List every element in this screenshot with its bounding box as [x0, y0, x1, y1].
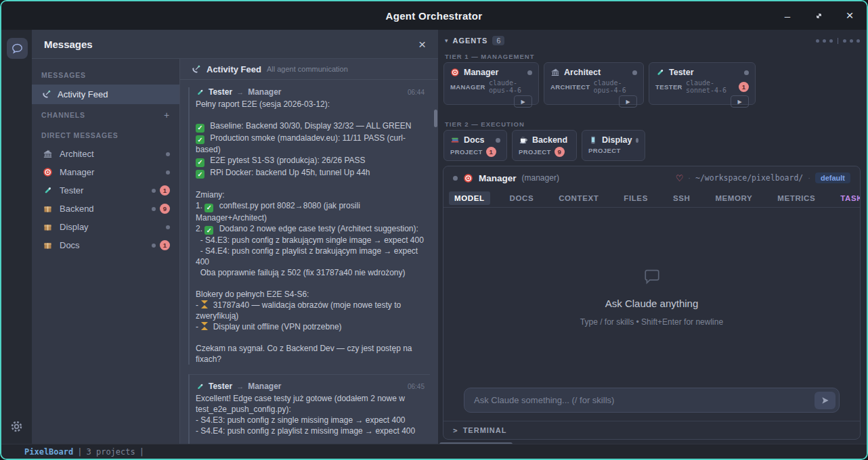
tab-context[interactable]: CONTEXT: [553, 191, 604, 205]
run-agent-button[interactable]: ▶: [731, 95, 749, 108]
messages-rail-button[interactable]: [7, 38, 28, 59]
add-channel-button[interactable]: +: [164, 110, 170, 120]
input-placeholder: Ask Claude something... (/ for skills): [474, 395, 614, 405]
tab-model[interactable]: MODEL: [449, 191, 490, 205]
test-tube-icon: [196, 88, 204, 97]
messages-sidebar: MESSAGES Activity Feed CHANNELS +: [32, 59, 180, 444]
agent-role: PROJECT: [588, 147, 621, 154]
hourglass-icon: [201, 322, 208, 330]
message-to: Manager: [248, 382, 281, 391]
tab-metrics[interactable]: METRICS: [772, 191, 821, 205]
target-icon: [450, 68, 460, 77]
dm-name: Tester: [60, 185, 83, 196]
panel-controls[interactable]: [816, 38, 860, 44]
heart-icon[interactable]: ♡: [676, 173, 684, 183]
tab-tasks[interactable]: TASKS: [835, 191, 861, 205]
panel-dot-icon[interactable]: [816, 39, 819, 43]
check-icon: ✓: [196, 170, 204, 179]
minimize-button[interactable]: –: [780, 8, 795, 23]
agent-role: ARCHITECT: [550, 83, 590, 91]
tab-ssh[interactable]: SSH: [668, 191, 695, 205]
unread-badge: 1: [739, 82, 749, 92]
sidebar-item-tester[interactable]: Tester 1: [32, 181, 179, 200]
panel-dot-icon[interactable]: [856, 39, 860, 43]
dm-name: Docs: [60, 240, 80, 250]
agent-card-architect[interactable]: Architect ARCHITECT claude-opus-4-6 ▶: [544, 62, 644, 105]
close-button[interactable]: ×: [842, 8, 857, 23]
tier2-label: TIER 2 — EXECUTION: [445, 120, 525, 128]
chat-bubble-icon: [643, 269, 661, 285]
sidebar-item-docs[interactable]: Docs 1: [32, 236, 179, 254]
maximize-button[interactable]: [811, 8, 826, 23]
hourglass-icon: [201, 300, 208, 308]
tab-docs[interactable]: DOCS: [504, 191, 540, 205]
agent-model: claude-opus-4-6: [489, 79, 532, 94]
statusbar-projects: 3 projects: [86, 447, 135, 457]
agent-name: Manager: [464, 68, 498, 77]
play-icon: ▶: [626, 99, 630, 105]
status-dot: [152, 207, 156, 211]
sidebar-item-backend[interactable]: Backend 9: [32, 200, 179, 218]
status-dot: [636, 138, 638, 143]
agent-card-display[interactable]: Display PROJECT: [582, 130, 645, 161]
agent-model: claude-sonnet-4-6: [686, 79, 735, 94]
activity-feed: Activity Feed All agent communication: [180, 59, 438, 444]
collapse-caret-icon[interactable]: ▾: [445, 37, 448, 44]
run-agent-button[interactable]: ▶: [514, 95, 532, 108]
agent-card-docs[interactable]: Docs PROJECT 1: [443, 130, 507, 161]
agent-card-manager[interactable]: Manager MANAGER claude-opus-4-6 ▶: [443, 62, 539, 105]
status-dot: [166, 152, 170, 156]
target-icon: [463, 173, 473, 183]
agent-name: Tester: [669, 68, 694, 77]
panel-dot-icon[interactable]: [823, 39, 826, 43]
feed-title: Activity Feed: [207, 64, 261, 74]
terminal-toggle[interactable]: > TERMINAL: [443, 421, 860, 439]
check-icon: ✓: [204, 226, 213, 235]
status-dot: [166, 225, 170, 229]
tier2-cards: Docs PROJECT 1: [443, 130, 645, 161]
message-from: Tester: [209, 87, 232, 97]
send-button[interactable]: [815, 392, 836, 409]
test-tube-icon: [196, 382, 204, 391]
dm-name: Backend: [60, 204, 94, 214]
check-icon: ✓: [196, 135, 204, 144]
agent-card-backend[interactable]: Backend PROJECT 9: [512, 130, 577, 161]
check-icon: ✓: [196, 124, 204, 133]
agents-region: ▾ AGENTS 6 TIER 1 — MANAGEMENT: [438, 30, 867, 444]
activity-feed-header: Activity Feed All agent communication: [180, 59, 438, 80]
agent-card-tester[interactable]: Tester TESTER claude-sonnet-4-6 1 ▶: [649, 62, 756, 105]
message-time: 06:45: [408, 383, 430, 390]
panel-dot-icon[interactable]: [843, 39, 846, 43]
panel-dot-icon[interactable]: [850, 39, 853, 43]
satellite-icon: [191, 64, 201, 74]
run-agent-button[interactable]: ▶: [619, 95, 637, 108]
feed-scroll-area[interactable]: Tester → Manager 06:44 Pełny raport E2E …: [180, 80, 438, 444]
test-tube-icon: [655, 68, 665, 77]
close-messages-button[interactable]: ×: [418, 38, 426, 51]
ask-claude-input[interactable]: Ask Claude something... (/ for skills): [464, 388, 840, 413]
agent-detail-panel: Manager (manager) ♡ · ~/workspace/pixelb…: [443, 166, 861, 440]
status-bar: PixelBoard | 3 projects | | Agent Orches…: [1, 444, 867, 459]
status-dot: [152, 244, 156, 248]
satellite-icon: [41, 89, 51, 99]
feed-scrollbar[interactable]: [434, 110, 437, 127]
feed-message: Tester → Manager 06:44 Pełny raport E2E …: [188, 87, 430, 365]
window-title: Agent Orchestrator: [386, 10, 483, 22]
detail-tabs: MODEL DOCS CONTEXT FILES SSH MEMORY METR…: [443, 189, 860, 208]
tab-memory[interactable]: MEMORY: [710, 191, 758, 205]
panel-dot-icon[interactable]: [829, 39, 833, 43]
sidebar-item-activity-feed[interactable]: Activity Feed: [32, 85, 179, 104]
terminal-label: TERMINAL: [463, 426, 507, 434]
sidebar-item-architect[interactable]: Architect: [32, 145, 179, 163]
statusbar-app-name: PixelBoard: [24, 447, 73, 457]
unread-badge: 9: [160, 204, 170, 214]
tab-files[interactable]: FILES: [618, 191, 653, 205]
agents-header: ▾ AGENTS 6: [445, 34, 860, 47]
tier1-cards: Manager MANAGER claude-opus-4-6 ▶: [443, 62, 756, 105]
settings-button[interactable]: [9, 419, 24, 434]
branch-badge[interactable]: default: [815, 172, 850, 183]
status-dot: [152, 189, 156, 193]
status-dot: [632, 70, 637, 75]
sidebar-item-manager[interactable]: Manager: [32, 163, 179, 181]
sidebar-item-display[interactable]: Display: [32, 218, 179, 236]
